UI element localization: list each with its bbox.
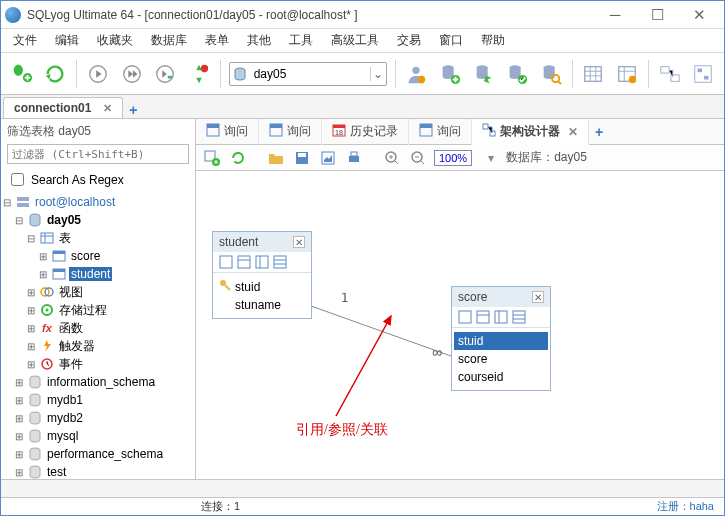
table-tool-icon[interactable] [476, 310, 490, 324]
execute-query-button[interactable] [85, 61, 111, 87]
tree-expand-icon[interactable]: ⊞ [25, 305, 37, 316]
menu-transactions[interactable]: 交易 [389, 30, 429, 51]
table-tool-icon[interactable] [273, 255, 287, 269]
column-stuid[interactable]: stuid [454, 332, 548, 350]
db-compare-button[interactable] [504, 61, 530, 87]
menu-database[interactable]: 数据库 [143, 30, 195, 51]
tree-node-funcs[interactable]: 函数 [57, 320, 85, 337]
column-courseid[interactable]: courseid [454, 368, 548, 386]
table-tool-icon[interactable] [219, 255, 233, 269]
dropdown-icon[interactable]: ⌄ [370, 67, 386, 81]
tree-expand-icon[interactable]: ⊞ [13, 413, 25, 424]
tree-expand-icon[interactable]: ⊞ [37, 269, 49, 280]
tree-expand-icon[interactable]: ⊞ [25, 323, 37, 334]
zoom-input[interactable]: 100% [434, 150, 472, 166]
refresh-button[interactable] [43, 61, 69, 87]
table-tool-icon[interactable] [458, 310, 472, 324]
tree-node-tables[interactable]: 表 [57, 230, 73, 247]
db-sync-button[interactable] [471, 61, 497, 87]
menu-other[interactable]: 其他 [239, 30, 279, 51]
tree-node-db[interactable]: test [45, 465, 68, 479]
execute-edit-button[interactable] [152, 61, 178, 87]
tree-expand-icon[interactable]: ⊞ [13, 467, 25, 478]
tree-expand-icon[interactable]: ⊟ [1, 197, 13, 208]
execute-all-button[interactable] [119, 61, 145, 87]
tree-node-events[interactable]: 事件 [57, 356, 85, 373]
tree-node-db[interactable]: mydb1 [45, 393, 85, 407]
tree-node-triggers[interactable]: 触发器 [57, 338, 97, 355]
connection-tab[interactable]: connection01 ✕ [3, 97, 123, 118]
database-selector[interactable]: ⌄ [229, 62, 387, 86]
maximize-button[interactable]: ☐ [636, 3, 678, 27]
close-table-icon[interactable]: ✕ [293, 236, 305, 248]
menu-favorites[interactable]: 收藏夹 [89, 30, 141, 51]
user-manager-button[interactable] [404, 61, 430, 87]
table-tool-icon[interactable] [237, 255, 251, 269]
tree-node-db[interactable]: information_schema [45, 375, 157, 389]
tree-expand-icon[interactable]: ⊞ [25, 341, 37, 352]
tree-node-db[interactable]: mydb2 [45, 411, 85, 425]
object-tree[interactable]: ⊟root@localhost ⊟day05 ⊟表 ⊞score ⊞studen… [1, 191, 195, 479]
tree-expand-icon[interactable]: ⊞ [13, 449, 25, 460]
print-button[interactable] [344, 148, 364, 168]
table-score[interactable]: score✕ stuid score courseid [451, 286, 551, 391]
refresh-schema-button[interactable] [228, 148, 248, 168]
close-table-icon[interactable]: ✕ [532, 291, 544, 303]
schema-canvas[interactable]: 1 ∞ student✕ stuid stuname score✕ [196, 171, 724, 479]
query-builder-button[interactable] [657, 61, 683, 87]
table-alter-button[interactable] [614, 61, 640, 87]
open-button[interactable] [266, 148, 286, 168]
db-sync-add-button[interactable] [437, 61, 463, 87]
db-search-button[interactable] [538, 61, 564, 87]
menu-edit[interactable]: 编辑 [47, 30, 87, 51]
tree-expand-icon[interactable]: ⊞ [37, 251, 49, 262]
tree-expand-icon[interactable]: ⊞ [13, 431, 25, 442]
tree-expand-icon[interactable]: ⊞ [13, 395, 25, 406]
tree-node-table-student[interactable]: student [69, 267, 112, 281]
column-stuname[interactable]: stuname [215, 296, 309, 314]
add-table-button[interactable] [202, 148, 222, 168]
menu-powertools[interactable]: 高级工具 [323, 30, 387, 51]
tree-expand-icon[interactable]: ⊟ [25, 233, 37, 244]
tree-node-table-score[interactable]: score [69, 249, 102, 263]
format-query-button[interactable] [186, 61, 212, 87]
tree-expand-icon[interactable]: ⊞ [25, 359, 37, 370]
menu-file[interactable]: 文件 [5, 30, 45, 51]
tree-node-db[interactable]: mysql [45, 429, 80, 443]
save-button[interactable] [292, 148, 312, 168]
tree-expand-icon[interactable]: ⊞ [25, 287, 37, 298]
tree-expand-icon[interactable]: ⊟ [13, 215, 25, 226]
zoom-in-button[interactable] [382, 148, 402, 168]
schema-designer-button[interactable] [690, 61, 716, 87]
new-connection-button[interactable] [9, 61, 35, 87]
column-stuid[interactable]: stuid [215, 277, 309, 296]
zoom-out-button[interactable] [408, 148, 428, 168]
column-score[interactable]: score [454, 350, 548, 368]
save-as-image-button[interactable] [318, 148, 338, 168]
tab-query-3[interactable]: 询问 [409, 119, 472, 145]
tree-node-db[interactable]: performance_schema [45, 447, 165, 461]
table-data-button[interactable] [581, 61, 607, 87]
tree-node-procs[interactable]: 存储过程 [57, 302, 109, 319]
close-button[interactable]: ✕ [678, 3, 720, 27]
table-student[interactable]: student✕ stuid stuname [212, 231, 312, 319]
menu-tools[interactable]: 工具 [281, 30, 321, 51]
add-content-tab-button[interactable]: + [589, 124, 609, 140]
menu-table[interactable]: 表单 [197, 30, 237, 51]
close-tab-icon[interactable]: ✕ [568, 125, 578, 139]
tab-schema-designer[interactable]: 架构设计器✕ [472, 119, 589, 145]
table-tool-icon[interactable] [512, 310, 526, 324]
menu-window[interactable]: 窗口 [431, 30, 471, 51]
table-tool-icon[interactable] [255, 255, 269, 269]
tree-expand-icon[interactable]: ⊞ [13, 377, 25, 388]
menu-help[interactable]: 帮助 [473, 30, 513, 51]
minimize-button[interactable]: ─ [594, 3, 636, 27]
filter-input[interactable] [7, 144, 189, 164]
close-tab-icon[interactable]: ✕ [103, 102, 112, 115]
regex-checkbox[interactable] [11, 173, 24, 186]
database-input[interactable] [250, 64, 370, 84]
tree-node-connection[interactable]: root@localhost [33, 195, 117, 209]
add-connection-tab-button[interactable]: + [123, 102, 143, 118]
table-tool-icon[interactable] [494, 310, 508, 324]
tree-node-views[interactable]: 视图 [57, 284, 85, 301]
